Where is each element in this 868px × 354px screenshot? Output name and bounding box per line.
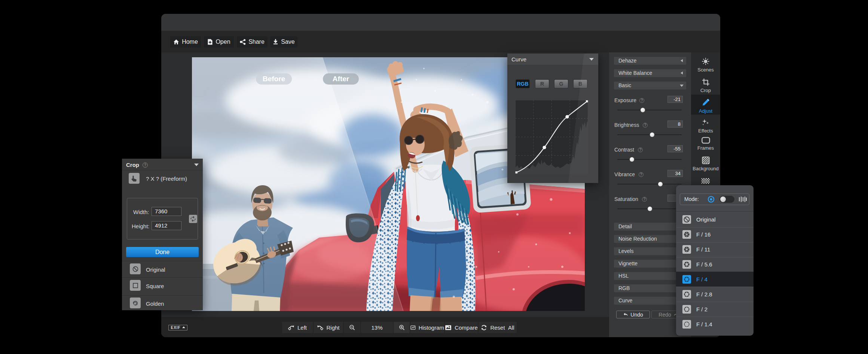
svg-text:After: After (333, 75, 349, 83)
svg-text:Before: Before (263, 75, 285, 83)
